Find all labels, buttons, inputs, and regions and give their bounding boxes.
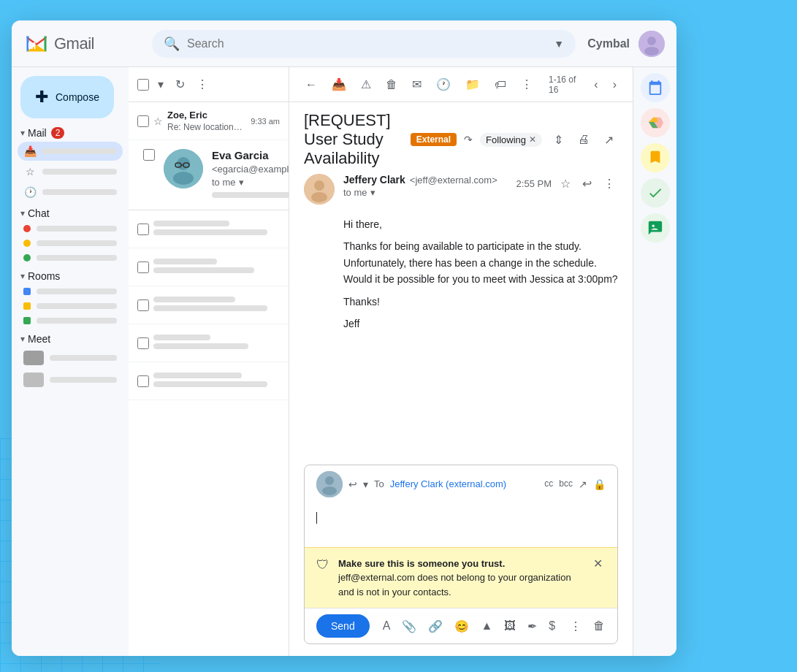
sidebar-item-inbox[interactable]: 📥 — [18, 142, 123, 161]
bcc-label[interactable]: bcc — [559, 478, 573, 490]
message-time: 2:55 PM — [516, 178, 552, 189]
snooze-button[interactable]: 🕐 — [432, 75, 455, 94]
search-input[interactable] — [187, 37, 548, 50]
label-button[interactable]: 🏷 — [490, 75, 511, 94]
email-list-toolbar: ▾ ↻ ⋮ — [129, 67, 289, 102]
reply-body[interactable] — [305, 503, 617, 547]
eva-placeholder — [212, 192, 289, 198]
tasks-icon — [647, 185, 663, 201]
chat-dot-1 — [23, 225, 31, 232]
chat-section-header[interactable]: ▾ Chat — [12, 205, 129, 222]
back-button[interactable]: ← — [301, 75, 321, 94]
send-button[interactable]: Send — [316, 614, 370, 638]
move-to-button[interactable]: 📁 — [461, 75, 484, 94]
sidebar-item-chat-3[interactable] — [18, 251, 123, 264]
select-dropdown-button[interactable]: ▾ — [155, 75, 167, 94]
eva-email-card[interactable]: Eva Garcia <egarcia@example.com> 9:24 am… — [129, 140, 289, 210]
meet-section-header[interactable]: ▾ Meet — [12, 330, 129, 348]
ph-checkbox-4[interactable] — [137, 337, 149, 349]
report-spam-button[interactable]: ⚠ — [356, 75, 375, 94]
lock-icon[interactable]: 🔒 — [593, 478, 606, 490]
sidebar-item-meet-2[interactable] — [18, 370, 123, 390]
send-more-button[interactable]: ⋮ — [565, 616, 586, 636]
reply-expand-button[interactable]: ▾ — [363, 478, 368, 490]
drive-button[interactable]: ▲ — [476, 616, 497, 635]
email-placeholder-row-4[interactable] — [129, 324, 289, 362]
email-view-toolbar: ← 📥 ⚠ 🗑 ✉ 🕐 📁 🏷 ⋮ 1-16 of 16 ‹ › — [289, 67, 633, 102]
more-button[interactable]: ⋮ — [516, 75, 537, 94]
sidebar-item-snoozed[interactable]: 🕐 — [18, 183, 123, 202]
more-options-button[interactable]: ⋮ — [194, 75, 211, 94]
eva-checkbox[interactable] — [143, 149, 155, 161]
compose-button[interactable]: ✚ Compose — [20, 76, 114, 118]
starred-line — [42, 169, 117, 175]
attach-file-button[interactable]: 📎 — [397, 616, 421, 636]
sidebar-item-meet-1[interactable] — [18, 348, 123, 368]
email-checkbox-1[interactable] — [137, 115, 149, 127]
ph-checkbox-5[interactable] — [137, 375, 149, 387]
eva-left — [143, 149, 155, 161]
keep-icon-button[interactable] — [641, 143, 670, 172]
drive-icon-button[interactable] — [641, 108, 670, 137]
open-in-new-button[interactable]: ↗ — [600, 130, 618, 150]
reply-button[interactable]: ↩ — [579, 174, 595, 194]
mail-caret-icon: ▾ — [20, 128, 25, 138]
open-full-compose-icon[interactable]: ↗ — [579, 478, 587, 490]
sidebar-item-room-1[interactable] — [18, 285, 123, 298]
drive-icon — [647, 115, 663, 131]
format-text-button[interactable]: A — [378, 616, 395, 635]
rooms-section-header[interactable]: ▾ Rooms — [12, 267, 129, 285]
sender-email: <jeff@external.com> — [410, 175, 497, 186]
ph-checkbox-1[interactable] — [137, 224, 149, 235]
sidebar-item-chat-2[interactable] — [18, 237, 123, 250]
select-all-checkbox[interactable] — [137, 79, 149, 91]
discard-button[interactable]: 🗑 — [589, 616, 609, 635]
search-bar[interactable]: 🔍 ▼ — [152, 30, 576, 58]
user-avatar[interactable] — [638, 31, 665, 57]
reply-to-address[interactable]: Jeffery Clark (external.com) — [390, 478, 506, 489]
message-more-button[interactable]: ⋮ — [600, 174, 618, 194]
contacts-icon-button[interactable] — [641, 213, 670, 243]
message-greeting: Hi there, — [343, 216, 618, 232]
email-placeholder-row-5[interactable] — [129, 362, 289, 400]
insert-photo-button[interactable]: 🖼 — [500, 616, 520, 635]
archive-button[interactable]: 📥 — [327, 75, 351, 94]
email-row-zoe-eric[interactable]: ☆ Zoe, Eric Re: New location opportunity… — [129, 102, 289, 140]
refresh-button[interactable]: ↻ — [172, 75, 188, 94]
tasks-icon-button[interactable] — [641, 178, 670, 207]
ph-checkbox-2[interactable] — [137, 261, 149, 273]
mail-section-header[interactable]: ▾ Mail 2 — [12, 124, 129, 142]
email-placeholder-row-2[interactable] — [129, 248, 289, 286]
following-x-icon[interactable]: ✕ — [529, 134, 536, 145]
delete-button[interactable]: 🗑 — [381, 75, 402, 94]
to-me-label: to me — [343, 187, 367, 198]
sidebar-item-room-2[interactable] — [18, 299, 123, 313]
ph-checkbox-3[interactable] — [137, 299, 149, 311]
mark-unread-button[interactable]: ✉ — [408, 75, 426, 94]
expand-button[interactable]: ⇕ — [549, 130, 568, 150]
emoji-button[interactable]: 😊 — [450, 616, 473, 636]
prev-email-button[interactable]: ‹ — [590, 75, 602, 94]
sidebar-item-room-3[interactable] — [18, 314, 123, 327]
email-placeholder-row-3[interactable] — [129, 286, 289, 324]
star-message-button[interactable]: ☆ — [557, 174, 573, 194]
gmail-label: Gmail — [54, 34, 94, 53]
mail-badge: 2 — [51, 127, 65, 139]
following-badge[interactable]: Following ✕ — [480, 133, 542, 147]
search-dropdown-icon[interactable]: ▼ — [554, 38, 564, 50]
calendar-icon-button[interactable] — [641, 73, 670, 102]
email-placeholder-row-1[interactable] — [129, 210, 289, 248]
next-email-button[interactable]: › — [609, 75, 621, 94]
sidebar-item-chat-1[interactable] — [18, 222, 123, 235]
insert-link-button[interactable]: 🔗 — [424, 616, 447, 636]
sidebar-item-starred[interactable]: ☆ — [18, 162, 123, 181]
reply-toggle-button[interactable]: ↩ — [348, 478, 357, 490]
warning-close-button[interactable]: ✕ — [590, 557, 606, 570]
warning-text: Make sure this is someone you trust. jef… — [338, 557, 581, 600]
cc-label[interactable]: cc — [544, 478, 553, 490]
print-button[interactable]: 🖨 — [573, 130, 594, 149]
insert-money-button[interactable]: $ — [544, 616, 560, 635]
insert-signature-button[interactable]: ✒ — [523, 616, 541, 636]
forward-icon[interactable]: ↷ — [464, 134, 473, 145]
email-star-1[interactable]: ☆ — [153, 115, 163, 127]
